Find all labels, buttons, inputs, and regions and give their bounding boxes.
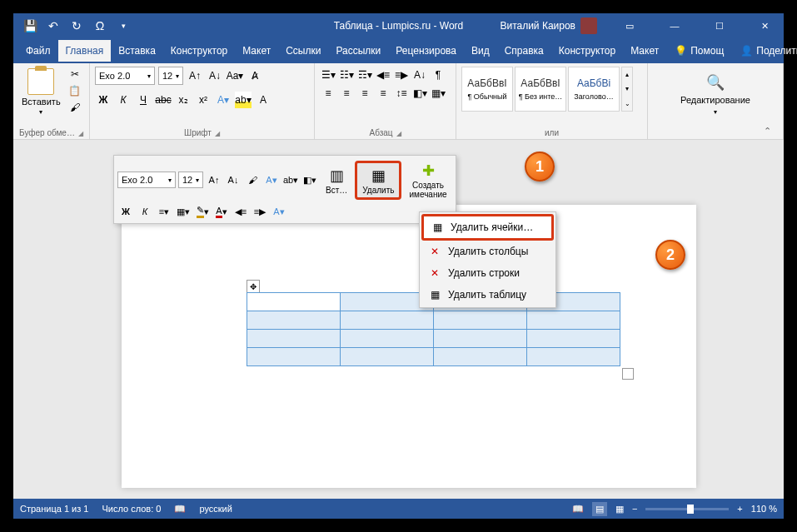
mini-align-icon[interactable]: ≡▾ xyxy=(156,203,172,220)
clear-formatting-icon[interactable]: A̷ xyxy=(247,67,263,84)
align-right-icon[interactable]: ≡ xyxy=(356,85,373,102)
user-info[interactable]: Виталий Каиров xyxy=(500,17,604,34)
table-cell[interactable] xyxy=(341,348,434,366)
style-heading1[interactable]: АаБбВі Заголово… xyxy=(568,67,620,112)
mini-effects-icon[interactable]: A▾ xyxy=(263,172,280,188)
dialog-launcher-icon[interactable]: ◢ xyxy=(78,130,83,137)
redo-icon[interactable]: ↻ xyxy=(70,19,83,32)
mini-insert-button[interactable]: ▥ Вст… xyxy=(321,164,352,196)
font-size-combo[interactable]: 12▾ xyxy=(158,67,183,85)
borders-icon[interactable]: ▦▾ xyxy=(430,85,446,102)
tab-references[interactable]: Ссылки xyxy=(278,40,328,62)
table-cell[interactable] xyxy=(247,311,341,330)
tab-view[interactable]: Вид xyxy=(464,40,497,62)
share-button[interactable]: 👤 Поделиться xyxy=(732,45,797,57)
table-cell[interactable] xyxy=(527,348,620,366)
styles-more-icon[interactable]: ⌄ xyxy=(622,100,632,107)
mini-bold[interactable]: Ж xyxy=(117,203,134,220)
style-normal[interactable]: АаБбВвІ ¶ Обычный xyxy=(461,67,513,112)
table-cell[interactable] xyxy=(341,311,434,330)
shading-icon[interactable]: ◧▾ xyxy=(411,85,428,102)
change-case-icon[interactable]: Aa▾ xyxy=(227,67,243,84)
zoom-in-icon[interactable]: + xyxy=(737,504,742,514)
tab-file[interactable]: Файл xyxy=(18,40,58,62)
mini-inc-indent-icon[interactable]: ≡▶ xyxy=(252,203,268,220)
sort-icon[interactable]: A↓ xyxy=(411,67,428,83)
align-left-icon[interactable]: ≡ xyxy=(320,85,336,102)
shrink-font-icon[interactable]: A↓ xyxy=(207,67,223,84)
close-icon[interactable]: ✕ xyxy=(745,13,784,38)
menu-delete-cells[interactable]: ▦ Удалить ячейки… xyxy=(421,214,554,241)
table-resize-handle[interactable] xyxy=(622,368,634,380)
justify-icon[interactable]: ≡ xyxy=(375,85,391,102)
mini-styles-icon[interactable]: A▾ xyxy=(271,203,287,220)
tell-me[interactable]: 💡 Помощ xyxy=(666,45,732,57)
mini-delete-button[interactable]: ▦ Удалить xyxy=(355,161,401,200)
tab-review[interactable]: Рецензирова xyxy=(388,40,464,62)
highlight-icon[interactable]: ab▾ xyxy=(235,92,252,108)
styles-down-icon[interactable]: ▾ xyxy=(622,85,632,92)
bold-button[interactable]: Ж xyxy=(95,92,112,108)
document-area[interactable]: ✥ Exo 2.0▾ 12▾ A↑ A↓ 🖌 A▾ ab▾ ◧▾ xyxy=(13,140,784,499)
text-effects-icon[interactable]: A▾ xyxy=(215,92,232,108)
tab-insert[interactable]: Вставка xyxy=(111,40,163,62)
zoom-level[interactable]: 110 % xyxy=(751,504,777,514)
mini-shading-icon[interactable]: ◧▾ xyxy=(301,172,318,188)
table-cell[interactable] xyxy=(527,330,620,348)
menu-delete-table[interactable]: ▦ Удалить таблицу xyxy=(421,284,554,306)
qat-more-icon[interactable]: ▾ xyxy=(117,19,130,32)
read-mode-icon[interactable]: 📖 xyxy=(572,504,584,515)
underline-button[interactable]: Ч xyxy=(135,92,152,108)
table-move-handle[interactable]: ✥ xyxy=(247,280,260,293)
dialog-launcher-icon[interactable]: ◢ xyxy=(215,130,220,137)
style-no-spacing[interactable]: АаБбВвІ ¶ Без инте… xyxy=(515,67,566,112)
status-words[interactable]: Число слов: 0 xyxy=(102,504,161,514)
table-cell[interactable] xyxy=(434,330,527,348)
collapse-ribbon-icon[interactable]: ⌃ xyxy=(757,122,778,140)
align-center-icon[interactable]: ≡ xyxy=(338,85,355,102)
editing-button[interactable]: 🔍 Редактирование ▾ xyxy=(672,67,759,122)
copy-icon[interactable]: 📋 xyxy=(67,83,82,98)
strike-button[interactable]: abc xyxy=(155,92,172,108)
web-layout-icon[interactable]: ▦ xyxy=(615,504,624,515)
multilevel-icon[interactable]: ☶▾ xyxy=(356,67,373,83)
tab-layout[interactable]: Макет xyxy=(235,40,278,62)
status-page[interactable]: Страница 1 из 1 xyxy=(20,504,88,514)
mini-pen-icon[interactable]: ✎▾ xyxy=(194,203,211,220)
mini-grow-icon[interactable]: A↑ xyxy=(206,172,222,188)
font-color-icon[interactable]: A xyxy=(255,92,271,108)
show-marks-icon[interactable]: ¶ xyxy=(430,67,446,83)
zoom-slider[interactable] xyxy=(645,508,729,510)
paste-button[interactable]: Вставить ▾ xyxy=(18,67,64,117)
table-cell[interactable] xyxy=(341,330,434,348)
bullets-icon[interactable]: ☰▾ xyxy=(320,67,336,83)
menu-delete-columns[interactable]: ✕ Удалить столбцы xyxy=(421,241,554,262)
tab-table-design[interactable]: Конструктор xyxy=(551,40,623,62)
mini-borders-icon[interactable]: ▦▾ xyxy=(175,203,192,220)
menu-delete-rows[interactable]: ✕ Удалить строки xyxy=(421,262,554,284)
ribbon-options-icon[interactable]: ▭ xyxy=(610,13,649,38)
format-painter-icon[interactable]: 🖌 xyxy=(67,100,82,115)
cut-icon[interactable]: ✂ xyxy=(67,67,82,82)
superscript-button[interactable]: x² xyxy=(195,92,212,108)
mini-highlight-icon[interactable]: ab▾ xyxy=(282,172,299,188)
undo-icon[interactable]: ↶ xyxy=(47,19,60,32)
maximize-icon[interactable]: ☐ xyxy=(700,13,739,38)
grow-font-icon[interactable]: A↑ xyxy=(187,67,203,84)
minimize-icon[interactable]: — xyxy=(655,13,694,38)
status-language[interactable]: русский xyxy=(199,504,232,514)
tab-home[interactable]: Главная xyxy=(58,40,112,62)
line-spacing-icon[interactable]: ↕≡ xyxy=(393,85,410,102)
subscript-button[interactable]: x₂ xyxy=(175,92,192,108)
table-cell[interactable] xyxy=(434,348,527,366)
zoom-out-icon[interactable]: − xyxy=(632,504,637,514)
inc-indent-icon[interactable]: ≡▶ xyxy=(393,67,410,83)
font-name-combo[interactable]: Exo 2.0▾ xyxy=(95,67,155,85)
dec-indent-icon[interactable]: ◀≡ xyxy=(375,67,391,83)
omega-icon[interactable]: Ω xyxy=(93,19,107,32)
mini-comment-button[interactable]: ✚ Создать имечание xyxy=(404,159,451,201)
mini-size-combo[interactable]: 12▾ xyxy=(178,172,203,188)
dialog-launcher-icon[interactable]: ◢ xyxy=(396,130,401,137)
styles-up-icon[interactable]: ▴ xyxy=(622,71,632,78)
mini-dec-indent-icon[interactable]: ◀≡ xyxy=(232,203,249,220)
